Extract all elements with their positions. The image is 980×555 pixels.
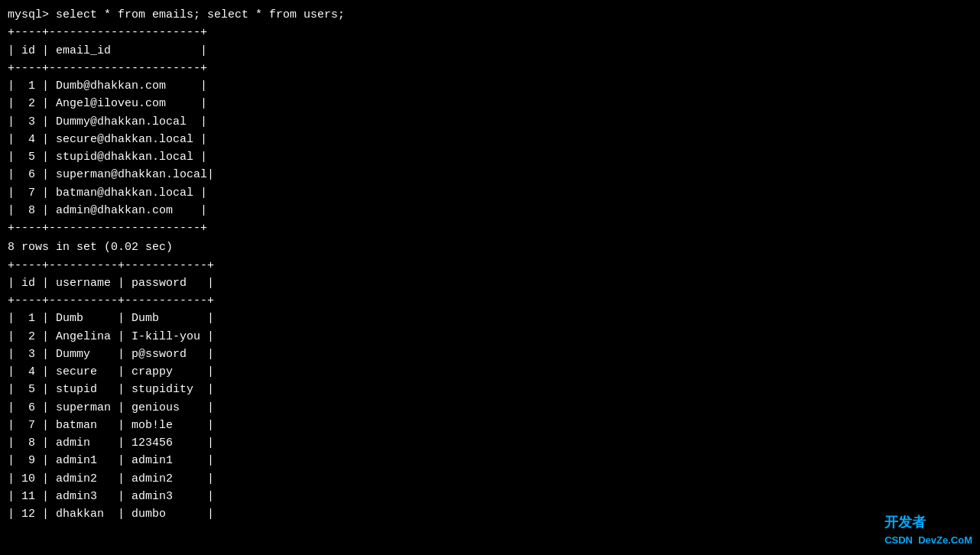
users-top-border: +----+----------+------------+ bbox=[8, 257, 972, 274]
users-rows: | 1 | Dumb | Dumb || 2 | Angelina | I-ki… bbox=[8, 310, 972, 523]
email-row-5: | 5 | stupid@dhakkan.local | bbox=[8, 148, 972, 166]
user-row-1: | 1 | Dumb | Dumb | bbox=[8, 310, 972, 327]
watermark: 开发者CSDN DevZe.CoM bbox=[884, 513, 972, 547]
users-table: +----+----------+------------+ | id | us… bbox=[8, 257, 972, 524]
user-row-3: | 3 | Dummy | p@ssword | bbox=[8, 346, 972, 363]
email-row-2: | 2 | Angel@iloveu.com | bbox=[8, 95, 972, 112]
email-row-8: | 8 | admin@dhakkan.com | bbox=[8, 202, 972, 219]
user-row-10: | 10 | admin2 | admin2 | bbox=[8, 470, 972, 488]
users-header: | id | username | password | bbox=[8, 274, 972, 292]
emails-header: | id | email_id | bbox=[8, 42, 972, 60]
user-row-7: | 7 | batman | mob!le | bbox=[8, 417, 972, 434]
user-row-9: | 9 | admin1 | admin1 | bbox=[8, 452, 972, 469]
emails-row-info: 8 rows in set (0.02 sec) bbox=[8, 239, 972, 256]
user-row-2: | 2 | Angelina | I-kill-you | bbox=[8, 328, 972, 346]
emails-top-border: +----+----------------------+ bbox=[8, 24, 972, 41]
email-row-4: | 4 | secure@dhakkan.local | bbox=[8, 131, 972, 148]
user-row-8: | 8 | admin | 123456 | bbox=[8, 434, 972, 452]
emails-header-border: +----+----------------------+ bbox=[8, 60, 972, 77]
email-row-3: | 3 | Dummy@dhakkan.local | bbox=[8, 113, 972, 131]
user-row-12: | 12 | dhakkan | dumbo | bbox=[8, 505, 972, 523]
emails-table: +----+----------------------+ | id | ema… bbox=[8, 24, 972, 237]
command-line: mysql> select * from emails; select * fr… bbox=[8, 6, 972, 24]
user-row-5: | 5 | stupid | stupidity | bbox=[8, 381, 972, 398]
email-row-7: | 7 | batman@dhakkan.local | bbox=[8, 184, 972, 202]
email-row-1: | 1 | Dumb@dhakkan.com | bbox=[8, 77, 972, 95]
emails-bottom-border: +----+----------------------+ bbox=[8, 219, 972, 237]
terminal: mysql> select * from emails; select * fr… bbox=[0, 0, 980, 531]
user-row-11: | 11 | admin3 | admin3 | bbox=[8, 488, 972, 505]
emails-rows: | 1 | Dumb@dhakkan.com || 2 | Angel@ilov… bbox=[8, 77, 972, 219]
user-row-6: | 6 | superman | genious | bbox=[8, 399, 972, 417]
user-row-4: | 4 | secure | crappy | bbox=[8, 363, 972, 381]
email-row-6: | 6 | superman@dhakkan.local| bbox=[8, 166, 972, 183]
users-header-border: +----+----------+------------+ bbox=[8, 292, 972, 310]
